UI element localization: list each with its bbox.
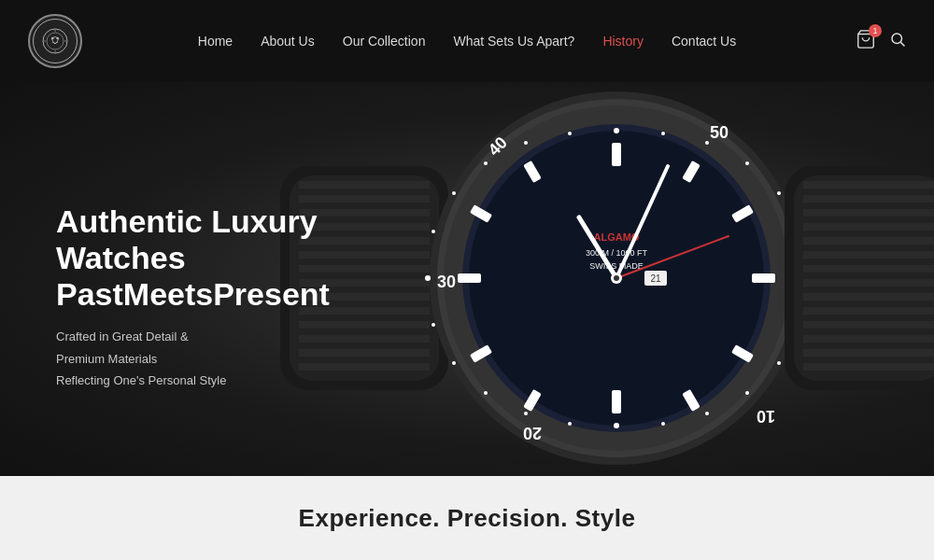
nav-link-sets-apart[interactable]: What Sets Us Apart? (453, 34, 574, 49)
svg-point-58 (745, 391, 749, 395)
hero-section: 40 50 30 10 20 (0, 82, 934, 476)
svg-text:10: 10 (757, 407, 775, 426)
hero-subtitle-1: Crafted in Great Detail & (56, 328, 330, 346)
svg-point-66 (432, 323, 435, 327)
svg-point-82 (614, 275, 619, 281)
logo[interactable] (28, 14, 82, 68)
nav-link-contact[interactable]: Contact Us (672, 34, 736, 49)
svg-text:50: 50 (710, 123, 729, 142)
nav-links: Home About Us Our Collection What Sets U… (198, 33, 736, 49)
svg-point-71 (524, 141, 528, 145)
search-icon (889, 31, 906, 48)
svg-point-72 (568, 132, 572, 135)
nav-item-contact[interactable]: Contact Us (672, 33, 736, 49)
hero-title: Authentic Luxury Watches PastMeetsPresen… (56, 203, 330, 313)
svg-text:20: 20 (523, 424, 542, 442)
logo-icon (40, 26, 70, 56)
cart-badge: 1 (869, 24, 882, 37)
svg-point-51 (705, 141, 709, 145)
bottom-tagline: Experience. Precision. Style (299, 504, 636, 533)
svg-point-64 (484, 391, 488, 395)
svg-point-4 (54, 30, 56, 32)
svg-point-65 (452, 361, 456, 365)
svg-text:21: 21 (650, 273, 661, 284)
nav-link-home[interactable]: Home (198, 34, 233, 49)
svg-line-10 (900, 42, 904, 46)
hero-title-line2: Watches (56, 240, 186, 275)
hero-subtitle-2: Premium Materials (56, 350, 330, 369)
svg-text:30: 30 (437, 273, 456, 291)
svg-point-68 (432, 230, 435, 233)
nav-link-history[interactable]: History (602, 34, 644, 49)
svg-point-9 (892, 34, 902, 44)
hero-title-line1: Authentic Luxury (56, 203, 318, 239)
cart-button[interactable]: 1 (856, 29, 876, 53)
svg-point-52 (745, 161, 749, 165)
nav-item-history[interactable]: History (602, 33, 644, 49)
nav-item-sets-apart[interactable]: What Sets Us Apart? (453, 33, 574, 49)
svg-point-6 (44, 40, 46, 42)
svg-point-67 (425, 275, 431, 281)
svg-rect-37 (612, 143, 621, 166)
svg-point-53 (777, 191, 781, 195)
svg-point-50 (661, 132, 665, 135)
logo-circle (28, 14, 82, 68)
svg-point-62 (568, 422, 572, 426)
svg-point-49 (614, 128, 619, 133)
nav-link-collection[interactable]: Our Collection (343, 34, 426, 49)
nav-link-about[interactable]: About Us (261, 34, 315, 49)
search-button[interactable] (889, 31, 906, 51)
svg-point-3 (56, 37, 58, 39)
bottom-section: Experience. Precision. Style (0, 476, 934, 560)
svg-point-59 (705, 412, 709, 415)
svg-point-1 (47, 33, 64, 49)
navbar: Home About Us Our Collection What Sets U… (0, 0, 934, 82)
hero-watch-image: 40 50 30 10 20 (280, 82, 934, 476)
svg-rect-38 (752, 273, 775, 283)
svg-point-7 (64, 40, 66, 42)
logo-inner (33, 19, 78, 63)
svg-point-69 (452, 191, 456, 195)
svg-rect-39 (612, 390, 621, 413)
hero-text: Authentic Luxury Watches PastMeetsPresen… (56, 203, 330, 394)
nav-item-home[interactable]: Home (198, 33, 233, 49)
svg-point-63 (524, 412, 528, 415)
svg-point-2 (51, 37, 53, 39)
svg-point-5 (54, 50, 56, 52)
watch-svg: 40 50 30 10 20 (280, 82, 934, 476)
svg-point-61 (614, 423, 619, 428)
svg-point-60 (661, 422, 665, 426)
svg-text:300 M / 1000 FT: 300 M / 1000 FT (586, 248, 648, 258)
svg-point-57 (777, 361, 781, 365)
nav-actions: 1 (856, 29, 906, 53)
svg-point-70 (484, 161, 488, 165)
svg-text:SWISS MADE: SWISS MADE (589, 261, 644, 271)
hero-subtitle-3: Reflecting One's Personal Style (56, 371, 330, 390)
svg-rect-40 (458, 273, 481, 283)
nav-item-collection[interactable]: Our Collection (343, 33, 426, 49)
hero-title-line3: PastMeetsPresent (56, 276, 330, 312)
nav-item-about[interactable]: About Us (261, 33, 315, 49)
